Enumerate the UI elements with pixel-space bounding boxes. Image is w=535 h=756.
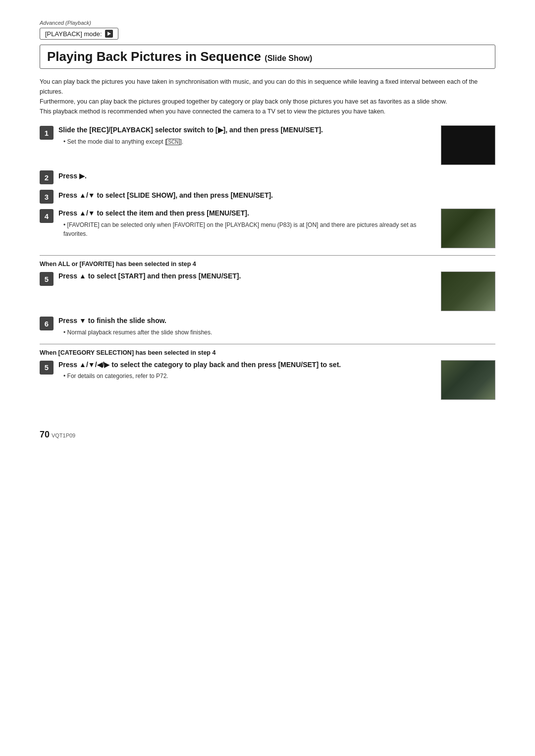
page-footer: 70 VQT1P09 bbox=[40, 430, 495, 440]
step-3-number: 3 bbox=[40, 190, 54, 204]
step-5a-image bbox=[441, 271, 495, 311]
step-6-bullet: Normal playback resumes after the slide … bbox=[63, 328, 495, 337]
step-2-row: 2 Press ▶. bbox=[40, 170, 495, 184]
step-5b-row: 5 Press ▲/▼/◀/▶ to select the category t… bbox=[40, 360, 495, 400]
step-6-row: 6 Press ▼ to finish the slide show. Norm… bbox=[40, 316, 495, 337]
step-1-text: Slide the [REC]/[PLAYBACK] selector swit… bbox=[58, 125, 436, 135]
section-label: Advanced (Playback) bbox=[40, 20, 495, 26]
title-sub: (Slide Show) bbox=[265, 54, 312, 62]
page-number: 70 bbox=[40, 430, 50, 439]
step-5a-number: 5 bbox=[40, 272, 54, 286]
mode-label: [PLAYBACK] mode: bbox=[45, 30, 102, 38]
intro-paragraph: You can play back the pictures you have … bbox=[40, 77, 495, 116]
step-2-number: 2 bbox=[40, 170, 54, 184]
step-4-number: 4 bbox=[40, 209, 54, 223]
step-6-number: 6 bbox=[40, 317, 54, 330]
doc-code: VQT1P09 bbox=[52, 432, 75, 438]
when-category-label: When [CATEGORY SELECTION] has been selec… bbox=[40, 349, 495, 356]
step-4-bullet: [FAVORITE] can be selected only when [FA… bbox=[63, 220, 436, 238]
step-5b-bullet: For details on categories, refer to P72. bbox=[63, 372, 436, 380]
playback-mode-icon bbox=[105, 30, 113, 38]
page-title-box: Playing Back Pictures in Sequence (Slide… bbox=[40, 45, 495, 69]
when-all-label: When ALL or [FAVORITE] has been selected… bbox=[40, 261, 495, 268]
step-4-image bbox=[441, 209, 495, 248]
step-1-bullet: Set the mode dial to anything except [SC… bbox=[63, 137, 436, 146]
step-1-row: 1 Slide the [REC]/[PLAYBACK] selector sw… bbox=[40, 125, 495, 165]
step-4-row: 4 Press ▲/▼ to select the item and then … bbox=[40, 209, 495, 248]
step-5a-text: Press ▲ to select [START] and then press… bbox=[58, 271, 436, 281]
step-6-content: Press ▼ to finish the slide show. Normal… bbox=[58, 316, 495, 337]
step-1-content: Slide the [REC]/[PLAYBACK] selector swit… bbox=[58, 125, 436, 146]
divider-1 bbox=[40, 255, 495, 256]
step-5a-content: Press ▲ to select [START] and then press… bbox=[58, 271, 436, 283]
step-1-number: 1 bbox=[40, 126, 54, 140]
step-4-text: Press ▲/▼ to select the item and then pr… bbox=[58, 209, 436, 218]
step-3-text: Press ▲/▼ to select [SLIDE SHOW], and th… bbox=[58, 191, 273, 201]
step-5b-content: Press ▲/▼/◀/▶ to select the category to … bbox=[58, 360, 436, 381]
step-5b-image bbox=[441, 360, 495, 400]
title-main: Playing Back Pictures in Sequence bbox=[47, 49, 261, 64]
step-5b-number: 5 bbox=[40, 361, 54, 375]
divider-2 bbox=[40, 344, 495, 344]
step-6-text: Press ▼ to finish the slide show. bbox=[58, 316, 495, 326]
step-3-row: 3 Press ▲/▼ to select [SLIDE SHOW], and … bbox=[40, 189, 495, 204]
step-5a-row: 5 Press ▲ to select [START] and then pre… bbox=[40, 271, 495, 311]
step-4-content: Press ▲/▼ to select the item and then pr… bbox=[58, 209, 436, 238]
page-title: Playing Back Pictures in Sequence (Slide… bbox=[47, 49, 312, 64]
step-1-image bbox=[441, 125, 495, 165]
step-5b-text: Press ▲/▼/◀/▶ to select the category to … bbox=[58, 360, 436, 370]
mode-bar: [PLAYBACK] mode: bbox=[40, 28, 118, 40]
step-2-text: Press ▶. bbox=[58, 171, 87, 181]
